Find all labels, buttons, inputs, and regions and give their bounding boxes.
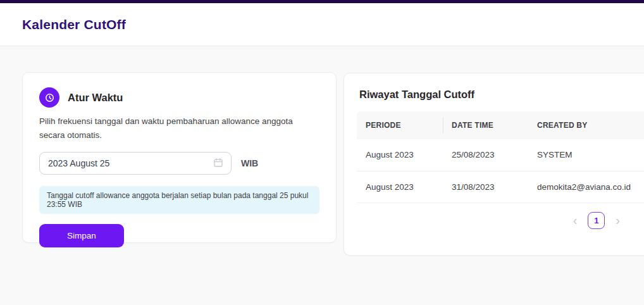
pagination-prev-button[interactable]: ‹ bbox=[572, 214, 579, 227]
column-header-created-by: CREATED BY bbox=[528, 111, 644, 139]
date-input[interactable]: 2023 August 25 bbox=[39, 152, 232, 175]
calendar-icon[interactable] bbox=[213, 158, 223, 170]
cell-created-by: demokita2@aviana.co.id bbox=[528, 171, 644, 202]
card-description: Pilih frekuensi tanggal dan waktu pembah… bbox=[39, 115, 319, 142]
table-header-row: PERIODE DATE TIME CREATED BY bbox=[357, 111, 644, 139]
info-banner: Tanggal cutoff allowance anggota berjala… bbox=[39, 186, 319, 214]
timezone-label: WIB bbox=[241, 158, 258, 168]
pagination: ‹ 1 › bbox=[357, 212, 644, 229]
card-title: Atur Waktu bbox=[68, 92, 123, 104]
cell-date-time: 25/08/2023 bbox=[443, 139, 528, 171]
column-header-date-time: DATE TIME bbox=[443, 111, 528, 139]
save-button[interactable]: Simpan bbox=[39, 224, 124, 247]
date-input-value: 2023 August 25 bbox=[48, 158, 109, 168]
cell-created-by: SYSTEM bbox=[528, 139, 644, 171]
date-row: 2023 August 25 WIB bbox=[39, 152, 319, 175]
riwayat-heading: Riwayat Tanggal Cutoff bbox=[344, 89, 644, 101]
column-header-periode: PERIODE bbox=[357, 111, 443, 139]
pagination-page-1[interactable]: 1 bbox=[588, 212, 605, 229]
page-header: Kalender CutOff bbox=[0, 3, 644, 46]
atur-waktu-header: Atur Waktu bbox=[39, 87, 319, 108]
table-row: August 2023 25/08/2023 SYSTEM bbox=[357, 139, 644, 171]
table-row: August 2023 31/08/2023 demokita2@aviana.… bbox=[357, 171, 644, 202]
page-title: Kalender CutOff bbox=[22, 17, 126, 32]
riwayat-card: Riwayat Tanggal Cutoff PERIODE DATE TIME… bbox=[344, 73, 644, 256]
cell-periode: August 2023 bbox=[357, 139, 443, 171]
cell-periode: August 2023 bbox=[357, 171, 443, 202]
clock-icon bbox=[39, 87, 59, 108]
pagination-next-button[interactable]: › bbox=[614, 214, 621, 227]
cutoff-history-table: PERIODE DATE TIME CREATED BY August 2023… bbox=[357, 111, 644, 203]
atur-waktu-card: Atur Waktu Pilih frekuensi tanggal dan w… bbox=[22, 72, 337, 243]
cell-date-time: 31/08/2023 bbox=[443, 171, 528, 202]
